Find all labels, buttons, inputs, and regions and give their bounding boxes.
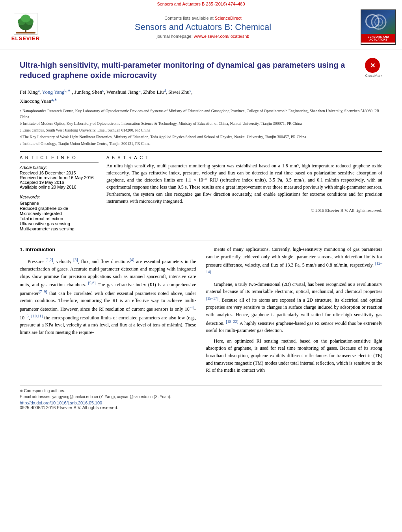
available-date: Available online 20 May 2016: [20, 185, 99, 189]
body-content: 1. Introduction Pressure [1,2], velocity…: [20, 241, 382, 377]
affiliation-e: e Institute of Oncology, Tianjin Union M…: [20, 141, 382, 146]
intro-para1: Pressure [1,2], velocity [3], flux, and …: [20, 257, 196, 336]
affiliations: a Nanophotonics Research Centre, Key Lab…: [20, 108, 382, 146]
article-info-column: A R T I C L E I N F O Article history: R…: [20, 155, 99, 233]
received-date: Received 16 December 2015: [20, 171, 99, 175]
svg-point-5: [21, 15, 30, 22]
copyright: © 2016 Elsevier B.V. All rights reserved…: [106, 208, 382, 213]
body-two-col: 1. Introduction Pressure [1,2], velocity…: [20, 246, 382, 377]
article-info-label: A R T I C L E I N F O: [20, 155, 99, 160]
intro-para1-cont: ments of many applications. Currently, h…: [206, 246, 383, 277]
crossmark[interactable]: ✕ CrossMark: [365, 58, 382, 78]
affiliation-c: c Emei campus, South West Jiaotong Unive…: [20, 127, 382, 133]
svg-rect-7: [361, 10, 395, 34]
article-content: ✕ CrossMark Ultra-high sensitivity, mult…: [0, 50, 402, 416]
homepage-url[interactable]: www.elsevier.com/locate/snb: [194, 34, 249, 39]
contents-available: Contents lists available at ScienceDirec…: [45, 16, 361, 20]
email-footnote: E-mail addresses: yangyong@nankai.edu.cn…: [20, 395, 382, 399]
elsevier-text: ELSEVIER: [11, 35, 40, 41]
svg-rect-6: [16, 32, 35, 33]
info-divider-top: [20, 162, 99, 163]
accepted-date: Accepted 19 May 2016: [20, 180, 99, 185]
elsevier-logo: ELSEVIER: [6, 13, 45, 41]
sensors-logo-text: SENSORS AND ACTUATORS: [361, 34, 395, 43]
article-history: Article history: Received 16 December 20…: [20, 165, 99, 189]
elsevier-tree-icon: [14, 13, 37, 35]
info-divider-mid: [20, 192, 99, 192]
body-col-left: 1. Introduction Pressure [1,2], velocity…: [20, 246, 196, 377]
journal-homepage: journal homepage: www.elsevier.com/locat…: [45, 34, 361, 39]
keywords-group: Keywords: Graphene Reduced graphene oxid…: [20, 195, 99, 231]
keyword-6: Multi-parameter gas sensing: [20, 226, 99, 231]
doi[interactable]: http://dx.doi.org/10.1016/j.snb.2016.05.…: [20, 400, 382, 405]
crossmark-label: CrossMark: [365, 74, 382, 78]
sensors-logo-box: SENSORS AND ACTUATORS: [361, 9, 396, 45]
keyword-1: Graphene: [20, 201, 99, 206]
page: Sensors and Actuators B 235 (2016) 474–4…: [0, 0, 402, 416]
crossmark-icon: ✕: [365, 58, 380, 73]
email-label: E-mail addresses:: [20, 395, 51, 399]
author-xiaocong: Xiaocong Yuana,∗: [20, 98, 57, 104]
history-label: Article history:: [20, 165, 99, 170]
article-info-abstract: A R T I C L E I N F O Article history: R…: [20, 151, 382, 233]
author-junfeng: Junfeng Shenc, Wenshuai Jiangd, Zhibo Li…: [74, 89, 193, 95]
authors-line: Fei Xinga, Yong Yangb,∗ , Junfeng Shenc,…: [20, 87, 382, 106]
keywords-label: Keywords:: [20, 195, 99, 199]
affiliation-a: a Nanophotonics Research Centre, Key Lab…: [20, 108, 382, 120]
sciencedirect-link[interactable]: ScienceDirect: [215, 16, 242, 20]
header-main: ELSEVIER Contents lists available at Sci…: [0, 7, 402, 47]
issn: 0925-4005/© 2016 Elsevier B.V. All right…: [20, 405, 382, 410]
sensors-logo-image: [361, 10, 395, 34]
journal-header: Sensors and Actuators B 235 (2016) 474–4…: [0, 0, 402, 50]
abstract-text: An ultra-high sensitivity, multi-paramet…: [106, 162, 382, 205]
revised-date: Received in revised form 16 May 2016: [20, 175, 99, 180]
intro-heading: 1. Introduction: [20, 246, 196, 254]
abstract-column: A B S T R A C T An ultra-high sensitivit…: [106, 155, 382, 233]
title-section: ✕ CrossMark Ultra-high sensitivity, mult…: [20, 56, 382, 84]
author-yong-yang: Yong Yangb,∗: [42, 89, 71, 95]
keyword-2: Reduced graphene oxide: [20, 206, 99, 211]
keyword-5: Ultrasensitive gas sensing: [20, 221, 99, 226]
intro-para2: Graphene, a truly two-dimensional (2D) c…: [206, 281, 383, 334]
article-title: Ultra-high sensitivity, multi-parameter …: [20, 60, 382, 80]
header-top-bar: Sensors and Actuators B 235 (2016) 474–4…: [0, 0, 402, 7]
affiliation-b: b Institute of Modern Optics, Key Labora…: [20, 120, 382, 126]
keyword-3: Microcavity integrated: [20, 211, 99, 216]
journal-volume-info: Sensors and Actuators B 235 (2016) 474–4…: [157, 2, 245, 6]
abstract-label: A B S T R A C T: [106, 155, 382, 160]
journal-title: Sensors and Actuators B: Chemical: [45, 22, 361, 32]
footer: ∗ Corresponding authors. E-mail addresse…: [20, 385, 382, 410]
intro-para3: Here, an optimized RI sensing method, ba…: [206, 337, 383, 374]
sensors-logo-svg: [361, 10, 395, 34]
affiliation-d: d The Key Laboratory of Weak Light Nonli…: [20, 134, 382, 140]
body-col-right: ments of many applications. Currently, h…: [206, 246, 383, 377]
corresponding-authors-note: ∗ Corresponding authors.: [20, 389, 382, 393]
email-addresses: yangyong@nankai.edu.cn (Y. Yang), xcyuan…: [52, 395, 171, 399]
author-fei-xing: Fei Xinga,: [20, 89, 42, 95]
header-center: Contents lists available at ScienceDirec…: [45, 16, 361, 39]
keyword-4: Total internal reflection: [20, 216, 99, 221]
